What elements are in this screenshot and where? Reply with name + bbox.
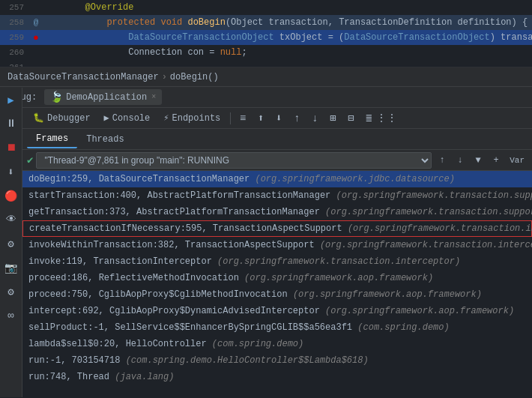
settings-icon[interactable]: ⚙ bbox=[2, 235, 20, 253]
line-number: 259 bbox=[3, 33, 30, 42]
filter-btn[interactable]: ▼ bbox=[471, 153, 486, 168]
breadcrumb-separator: › bbox=[162, 72, 167, 82]
frame-class: AbstractPlatformTransactionManager bbox=[136, 207, 325, 217]
layout-btn-3[interactable]: ⬇ bbox=[270, 110, 287, 127]
resume-icon[interactable]: ▶ bbox=[2, 91, 20, 109]
tab-frames[interactable]: Frames bbox=[27, 130, 77, 148]
frame-item-highlighted[interactable]: createTransactionIfNecessary:595, Transa… bbox=[22, 220, 532, 237]
frame-class: 703154718 bbox=[72, 355, 126, 366]
debug-toolbar: 🐛 Debugger ▶ Console ⚡ Endpoints ≡ ⬆ ⬇ ↑… bbox=[22, 108, 532, 129]
thread-dropdown[interactable]: "Thread-9"@7,861 in group "main": RUNNIN… bbox=[36, 152, 432, 169]
scroll-down-btn[interactable]: ↓ bbox=[453, 153, 468, 168]
frame-item[interactable]: lambda$sell$0:20, HelloController (com.s… bbox=[22, 336, 532, 352]
debugger-label: Debugger bbox=[47, 113, 91, 124]
frame-item[interactable]: run:-1, 703154718 (com.spring.demo.Hello… bbox=[22, 352, 532, 369]
layout-btn-4[interactable]: ↑ bbox=[288, 110, 305, 127]
camera-icon[interactable]: 📷 bbox=[2, 259, 20, 277]
thread-check-icon: ✔ bbox=[27, 154, 33, 166]
layout-btn-9[interactable]: ⋮⋮ bbox=[378, 110, 395, 127]
frame-tabs: Frames Threads bbox=[22, 129, 532, 150]
frame-list[interactable]: doBegin:259, DataSourceTransactionManage… bbox=[22, 171, 532, 385]
tab-threads[interactable]: Threads bbox=[77, 131, 133, 148]
close-icon[interactable]: × bbox=[151, 93, 156, 101]
frame-package: (java.lang) bbox=[115, 372, 174, 382]
frame-package: (com.spring.demo) bbox=[357, 322, 449, 333]
var-label: Var bbox=[507, 156, 528, 165]
stop-icon[interactable]: ⏹ bbox=[2, 139, 20, 157]
frame-class: CglibAopProxy$CglibMethodInvocation bbox=[99, 289, 293, 300]
breadcrumb-item[interactable]: DataSourceTransactionManager bbox=[7, 72, 159, 82]
debugger-tab[interactable]: 🐛 Debugger bbox=[27, 110, 97, 127]
thread-selector-row: ✔ "Thread-9"@7,861 in group "main": RUNN… bbox=[22, 150, 532, 171]
frame-class: HelloController bbox=[126, 339, 212, 349]
content-area: 🐛 Debugger ▶ Console ⚡ Endpoints ≡ ⬆ ⬇ ↑… bbox=[22, 108, 532, 385]
frame-package: (org.springframework.aop.framework) bbox=[325, 306, 514, 316]
frame-method: invokeWithinTransaction:382, bbox=[28, 240, 185, 250]
frame-item[interactable]: getTransaction:373, AbstractPlatformTran… bbox=[22, 204, 532, 220]
watches-icon[interactable]: 👁 bbox=[2, 211, 20, 229]
frame-package: (com.spring.demo) bbox=[212, 339, 303, 349]
frame-method: createTransactionIfNecessary:595, bbox=[29, 223, 213, 234]
console-icon: ▶ bbox=[104, 112, 109, 124]
frame-class: Thread bbox=[77, 372, 115, 382]
layout-btn-5[interactable]: ↓ bbox=[306, 110, 323, 127]
layout-btn-8[interactable]: ≣ bbox=[360, 110, 377, 127]
endpoints-tab[interactable]: ⚡ Endpoints bbox=[157, 110, 226, 127]
endpoints-icon: ⚡ bbox=[163, 112, 169, 124]
frame-method: proceed:750, bbox=[28, 289, 99, 300]
frame-item[interactable]: intercept:692, CglibAopProxy$DynamicAdvi… bbox=[22, 303, 532, 319]
frame-method: run:748, bbox=[28, 372, 77, 382]
frame-method: run:-1, bbox=[28, 355, 72, 366]
frame-package: (org.springframework.aop.framework) bbox=[244, 273, 433, 283]
layout-btn-7[interactable]: ⊟ bbox=[342, 110, 359, 127]
scroll-up-btn[interactable]: ↑ bbox=[435, 153, 450, 168]
frame-package: (org.springframework.transaction.interce… bbox=[217, 256, 460, 267]
frame-item[interactable]: invokeWithinTransaction:382, Transaction… bbox=[22, 237, 532, 253]
breakpoints-icon[interactable]: 🔴 bbox=[2, 187, 20, 205]
debug-bar: Debug: 🍃 DemoApplication × bbox=[0, 87, 532, 108]
side-panel: ▶ ⏸ ⏹ ⬇ 🔴 👁 ⚙ 📷 ⚙ ∞ bbox=[0, 88, 22, 397]
frame-class: ReflectiveMethodInvocation bbox=[99, 273, 244, 283]
layout-btn-6[interactable]: ⊞ bbox=[324, 110, 341, 127]
layout-btn-1[interactable]: ≡ bbox=[235, 110, 251, 127]
frame-class: DataSourceTransactionManager bbox=[99, 174, 256, 184]
frame-package: (com.spring.demo.HelloController$$Lambda… bbox=[126, 355, 369, 366]
frame-item[interactable]: startTransaction:400, AbstractPlatformTr… bbox=[22, 187, 532, 204]
console-label: Console bbox=[112, 113, 150, 124]
layout-btn-2[interactable]: ⬆ bbox=[253, 110, 269, 127]
frame-package: (org.springframework.transaction.support… bbox=[336, 190, 532, 201]
debug-tab[interactable]: 🍃 DemoApplication × bbox=[44, 89, 162, 105]
line-number: 257 bbox=[3, 3, 30, 12]
frame-method: proceed:186, bbox=[28, 273, 99, 283]
pause-icon[interactable]: ⏸ bbox=[2, 115, 20, 133]
infinite-icon[interactable]: ∞ bbox=[2, 307, 20, 325]
code-editor: 257 @Override 258 @ protected void doBeg… bbox=[0, 0, 532, 67]
frame-method: invoke:119, bbox=[28, 256, 93, 267]
console-tab[interactable]: ▶ Console bbox=[98, 110, 157, 127]
frame-class: SellService$$EnhancerBySpringCGLIB$$a56e… bbox=[115, 322, 357, 333]
frame-class: TransactionInterceptor bbox=[93, 256, 217, 267]
frame-item[interactable]: doBegin:259, DataSourceTransactionManage… bbox=[22, 171, 532, 187]
frame-item[interactable]: invoke:119, TransactionInterceptor (org.… bbox=[22, 253, 532, 270]
debug-tab-label: DemoApplication bbox=[66, 92, 147, 103]
frame-item[interactable]: proceed:186, ReflectiveMethodInvocation … bbox=[22, 270, 532, 286]
frame-method: sellProduct:-1, bbox=[28, 322, 115, 333]
gear-icon[interactable]: ⚙ bbox=[2, 283, 20, 301]
frame-method: doBegin:259, bbox=[28, 174, 99, 184]
app-icon: 🍃 bbox=[50, 91, 63, 103]
frame-class: AbstractPlatformTransactionManager bbox=[147, 190, 336, 201]
frame-package: (org.springframework.transaction.interce… bbox=[348, 223, 532, 234]
frame-package: (org.springframework.transaction.interce… bbox=[320, 240, 532, 250]
add-btn[interactable]: + bbox=[489, 153, 504, 168]
step-over-icon[interactable]: ⬇ bbox=[2, 163, 20, 181]
frame-item[interactable]: run:748, Thread (java.lang) bbox=[22, 369, 532, 385]
frame-method: getTransaction:373, bbox=[28, 207, 136, 217]
frame-item[interactable]: proceed:750, CglibAopProxy$CglibMethodIn… bbox=[22, 286, 532, 303]
endpoints-label: Endpoints bbox=[172, 113, 221, 124]
toolbar-separator bbox=[230, 112, 231, 124]
frame-package: (org.springframework.transaction.support… bbox=[325, 207, 532, 217]
breadcrumb-item[interactable]: doBegin() bbox=[170, 72, 219, 82]
breadcrumb: DataSourceTransactionManager › doBegin() bbox=[0, 67, 532, 87]
frame-item[interactable]: sellProduct:-1, SellService$$EnhancerByS… bbox=[22, 319, 532, 336]
frame-class: TransactionAspectSupport bbox=[185, 240, 320, 250]
